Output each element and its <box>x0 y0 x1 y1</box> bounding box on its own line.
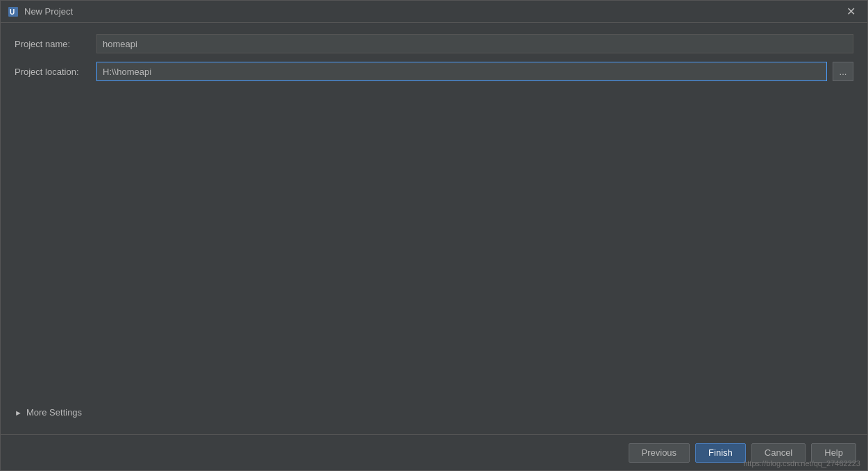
watermark: https://blog.csdn.net/qq_27462223 <box>743 459 860 468</box>
chevron-right-icon: ► <box>15 409 22 417</box>
dialog-icon: U <box>8 6 19 17</box>
svg-text:U: U <box>10 8 15 16</box>
title-bar: U New Project ✕ <box>1 1 867 23</box>
project-name-input[interactable] <box>96 34 853 53</box>
dialog-title: New Project <box>24 6 841 17</box>
browse-button[interactable]: ... <box>833 62 853 81</box>
new-project-dialog: U New Project ✕ Project name: Project lo… <box>0 0 868 471</box>
more-settings-row[interactable]: ► More Settings <box>15 402 853 423</box>
finish-button[interactable]: Finish <box>695 443 746 463</box>
project-name-row: Project name: <box>15 34 853 53</box>
dialog-content: Project name: Project location: ... ► Mo… <box>1 23 867 434</box>
content-spacer <box>15 89 853 393</box>
more-settings-label: More Settings <box>26 407 82 418</box>
project-name-label: Project name: <box>15 39 91 49</box>
project-location-row: Project location: ... <box>15 62 853 81</box>
project-location-input[interactable] <box>96 62 827 81</box>
project-location-label: Project location: <box>15 67 91 77</box>
close-button[interactable]: ✕ <box>841 2 860 22</box>
previous-button[interactable]: Previous <box>629 443 690 463</box>
dialog-footer: Previous Finish Cancel Help <box>1 434 867 470</box>
